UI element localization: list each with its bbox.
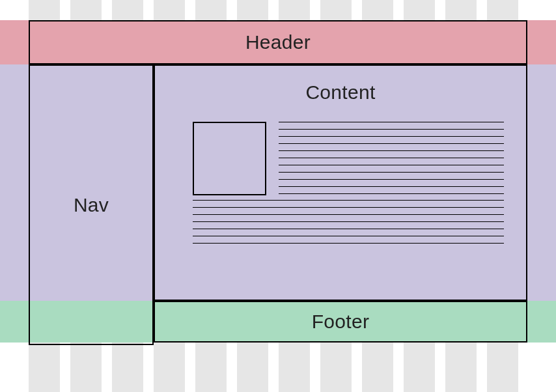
footer-region: Footer <box>154 301 527 343</box>
text-lines-right <box>279 122 504 194</box>
text-line <box>193 200 504 201</box>
text-line <box>279 143 504 144</box>
text-line <box>193 207 504 208</box>
content-region: Content <box>154 64 527 301</box>
content-label: Content <box>155 81 526 104</box>
text-line <box>279 150 504 151</box>
text-line <box>193 221 504 222</box>
text-line <box>279 136 504 137</box>
text-line <box>279 186 504 187</box>
text-line <box>193 214 504 215</box>
text-line <box>193 229 504 229</box>
footer-label: Footer <box>312 311 370 333</box>
nav-label: Nav <box>74 194 109 216</box>
text-line <box>279 193 504 194</box>
nav-region: Nav <box>29 64 154 345</box>
text-line <box>279 179 504 180</box>
header-label: Header <box>245 31 311 53</box>
text-line <box>193 236 504 236</box>
text-line <box>279 165 504 165</box>
text-line <box>193 243 504 244</box>
text-lines-full <box>193 200 504 244</box>
text-line <box>279 172 504 173</box>
text-line <box>279 158 504 158</box>
text-line <box>279 122 504 122</box>
header-region: Header <box>29 20 527 64</box>
image-placeholder <box>193 122 266 195</box>
text-line <box>279 129 504 130</box>
